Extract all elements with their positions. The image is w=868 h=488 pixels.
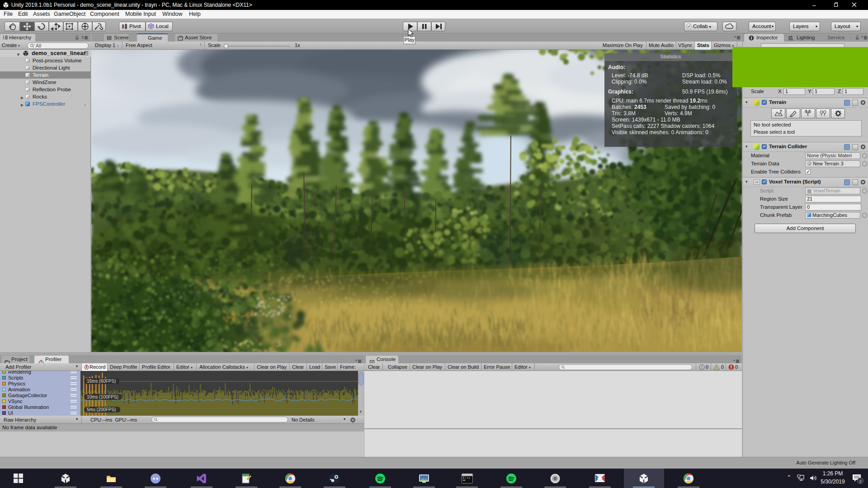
- svg-text:3: 3: [859, 479, 862, 483]
- svg-text:5ms (200FPS): 5ms (200FPS): [87, 407, 116, 412]
- svg-text:10ms (100FPS): 10ms (100FPS): [87, 394, 118, 399]
- svg-text:C:\>: C:\>: [463, 476, 471, 480]
- svg-text:16ms (60FPS): 16ms (60FPS): [87, 379, 116, 384]
